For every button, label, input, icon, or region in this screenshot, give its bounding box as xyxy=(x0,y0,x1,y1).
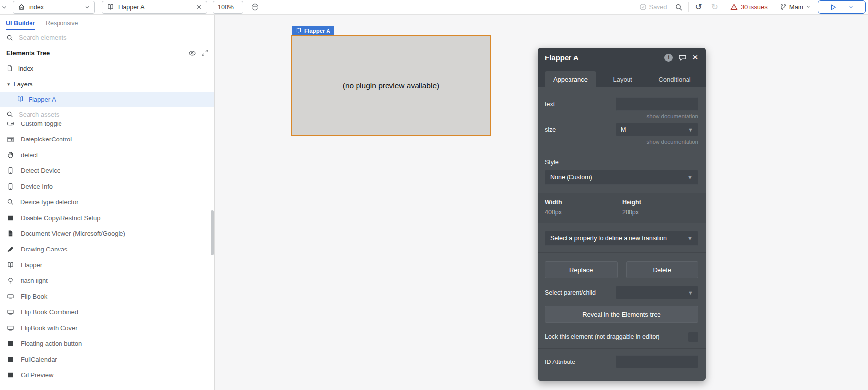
toggle-icon xyxy=(7,122,14,127)
expand-icon[interactable] xyxy=(201,49,208,56)
open-element-tab-label: Flapper A xyxy=(118,4,192,11)
tab-ui-builder[interactable]: UI Builder xyxy=(6,20,35,30)
tree-item-flapper-a[interactable]: Flapper A xyxy=(0,92,214,107)
open-element-tab[interactable]: Flapper A xyxy=(102,1,207,14)
chevron-down-icon xyxy=(238,4,239,10)
assets-list: Custom toggle DatepickerControl detect D… xyxy=(0,122,214,385)
reveal-in-tree-button[interactable]: Reveal in the Elements tree xyxy=(545,306,698,323)
close-tab-icon[interactable] xyxy=(196,4,202,10)
height-label: Height xyxy=(622,199,698,206)
info-icon[interactable]: i xyxy=(664,54,673,62)
id-attribute-row: ID Attribute xyxy=(545,355,698,368)
transition-select-placeholder: Select a property to define a new transi… xyxy=(550,235,667,242)
zoom-level-dropdown[interactable]: 100% xyxy=(213,1,243,14)
save-status-label: Saved xyxy=(649,3,667,11)
asset-label: Disable Copy/Restrict Setup xyxy=(21,214,101,222)
eye-icon[interactable] xyxy=(188,49,196,57)
save-status: Saved xyxy=(639,3,667,11)
tab-appearance[interactable]: Appearance xyxy=(545,71,596,87)
id-attribute-input[interactable] xyxy=(616,355,698,368)
search-icon xyxy=(6,34,13,41)
close-panel-icon[interactable]: ✕ xyxy=(692,53,698,62)
search-icon xyxy=(6,111,13,118)
asset-item[interactable]: FullCalendar xyxy=(0,351,214,367)
page-selector-label: index xyxy=(29,4,80,11)
comment-bubble-icon[interactable] xyxy=(678,54,687,62)
lock-element-checkbox[interactable] xyxy=(688,332,698,342)
tree-item-layers[interactable]: ▾ Layers xyxy=(0,76,214,92)
asset-label: DatepickerControl xyxy=(21,136,72,143)
chevron-down-icon: ▼ xyxy=(688,174,693,180)
id-attribute-label: ID Attribute xyxy=(545,359,616,365)
asset-item[interactable]: FlipBook with Cover xyxy=(0,320,214,335)
asset-item[interactable]: Detect Device xyxy=(0,163,214,178)
transition-select[interactable]: Select a property to define a new transi… xyxy=(545,231,698,246)
branch-selector[interactable]: Main xyxy=(780,3,811,11)
panel-header[interactable]: Flapper A i ✕ xyxy=(538,48,706,67)
search-elements-input[interactable] xyxy=(19,34,208,41)
top-toolbar: index Flapper A 100% Saved ↺ ↻ 30 xyxy=(0,0,868,15)
flapper-element[interactable]: (no plugin preview available) xyxy=(291,35,491,136)
divider xyxy=(538,151,706,151)
asset-item[interactable]: Flip Book xyxy=(0,288,214,304)
asset-item[interactable]: DatepickerControl xyxy=(0,131,214,147)
asset-item[interactable]: Drawing Canvas xyxy=(0,241,214,257)
collapse-chevron-icon[interactable] xyxy=(1,4,8,11)
size-select[interactable]: M ▼ xyxy=(616,123,698,136)
style-select-value: None (Custom) xyxy=(550,174,592,181)
asset-item[interactable]: Floating action button xyxy=(0,335,214,351)
tab-layout[interactable]: Layout xyxy=(597,71,648,87)
asset-item[interactable]: detect xyxy=(0,147,214,163)
divider xyxy=(538,252,706,253)
caret-down-icon[interactable]: ▾ xyxy=(7,81,10,87)
size-field-label: size xyxy=(545,126,616,133)
search-button[interactable] xyxy=(675,3,683,11)
replace-button[interactable]: Replace xyxy=(545,261,618,278)
tab-conditional[interactable]: Conditional xyxy=(649,71,700,87)
redo-button[interactable]: ↻ xyxy=(711,3,718,11)
sidebar-scrollbar[interactable] xyxy=(211,210,214,255)
issues-button[interactable]: 30 issues xyxy=(730,3,768,11)
size-field-row: size M ▼ xyxy=(545,123,698,136)
show-documentation-link[interactable]: show documentation xyxy=(545,139,698,145)
dimensions-section: Width Height 400px 200px xyxy=(538,193,706,223)
divider xyxy=(538,348,706,349)
preview-button[interactable] xyxy=(818,0,866,14)
branch-name-label: Main xyxy=(789,3,803,11)
component-library-button[interactable] xyxy=(251,3,259,11)
page-selector-dropdown[interactable]: index xyxy=(13,1,95,14)
calendar-icon xyxy=(7,136,14,143)
asset-label: Device Info xyxy=(21,183,53,190)
tab-responsive[interactable]: Responsive xyxy=(46,20,78,30)
plugin-preview-placeholder: (no plugin preview available) xyxy=(343,82,439,90)
phone-icon xyxy=(7,183,14,190)
asset-item[interactable]: Flapper xyxy=(0,257,214,273)
asset-label: detect xyxy=(21,151,38,159)
asset-item[interactable]: Custom toggle xyxy=(0,122,214,131)
asset-item[interactable]: Document Viewer (Microsoft/Google) xyxy=(0,225,214,241)
parent-child-select[interactable]: ▼ xyxy=(616,286,698,299)
selected-element-tag[interactable]: Flapper A xyxy=(292,26,334,35)
delete-button[interactable]: Delete xyxy=(626,261,699,278)
editor-canvas[interactable]: Flapper A (no plugin preview available) … xyxy=(215,15,868,390)
undo-button[interactable]: ↺ xyxy=(695,3,702,11)
element-actions: Replace Delete xyxy=(545,261,698,278)
asset-label: Flip Book xyxy=(21,293,47,300)
divider xyxy=(774,2,774,12)
asset-item[interactable]: flash light xyxy=(0,273,214,288)
search-assets-input[interactable] xyxy=(19,111,208,118)
asset-item[interactable]: Device type detector xyxy=(0,194,214,210)
parent-child-row: Select parent/child ▼ xyxy=(545,286,698,299)
text-field-input[interactable] xyxy=(616,97,698,111)
square-icon xyxy=(7,356,14,363)
text-field-row: text xyxy=(545,97,698,111)
tree-item-index[interactable]: index xyxy=(0,60,214,76)
asset-item[interactable]: Flip Book Combined xyxy=(0,304,214,320)
magnifier-icon xyxy=(7,198,14,205)
asset-item[interactable]: Device Info xyxy=(0,178,214,194)
asset-item[interactable]: Gif Preview xyxy=(0,367,214,383)
asset-item[interactable]: Disable Copy/Restrict Setup xyxy=(0,210,214,225)
show-documentation-link[interactable]: show documentation xyxy=(545,113,698,119)
width-value: 400px xyxy=(545,209,622,216)
style-select[interactable]: None (Custom) ▼ xyxy=(545,170,698,185)
